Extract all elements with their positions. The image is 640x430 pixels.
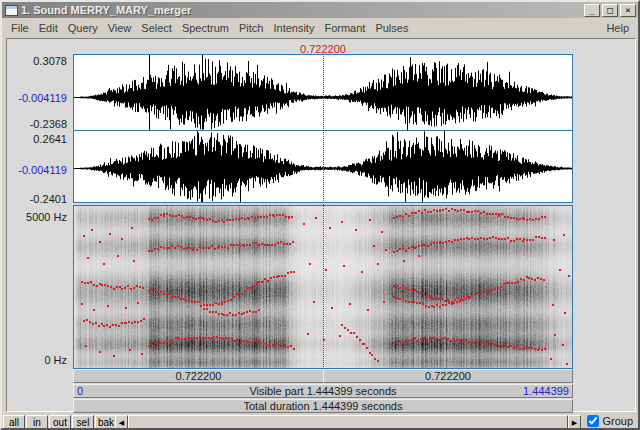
time-segment-right-bar[interactable]: 0.722200 — [323, 369, 573, 383]
channel1-cursor-label: -0.004119 — [7, 92, 70, 104]
group-control: Group — [587, 415, 633, 427]
channel1-max-label: 0.3078 — [7, 55, 70, 67]
zoom-all-button[interactable]: all — [3, 415, 25, 430]
window-title: 1. Sound MERRY_MARY_merger — [21, 4, 584, 16]
time-segment-left-bar[interactable]: 0.722200 — [73, 369, 324, 383]
menu-item-file[interactable]: File — [6, 20, 34, 36]
visible-part-bar[interactable]: 0 Visible part 1.444399 seconds 1.444399 — [73, 384, 573, 398]
app-icon — [5, 5, 18, 16]
menu-item-spectrum[interactable]: Spectrum — [177, 20, 234, 36]
menu-item-pulses[interactable]: Pulses — [370, 20, 413, 36]
time-scrollbar[interactable]: ◀ ▶ — [115, 415, 581, 430]
title-bar[interactable]: 1. Sound MERRY_MARY_merger _ □ × — [2, 2, 638, 18]
zoom-out-button[interactable]: out — [49, 415, 71, 430]
total-duration-label: Total duration 1.444399 seconds — [243, 400, 402, 412]
praat-sound-editor-window: 1. Sound MERRY_MARY_merger _ □ × FileEdi… — [0, 0, 640, 430]
spectrogram-min-freq-label: 0 Hz — [7, 354, 70, 366]
channel2-min-label: -0.2401 — [7, 193, 70, 205]
menu-item-edit[interactable]: Edit — [34, 20, 63, 36]
cursor-line[interactable] — [323, 54, 324, 369]
menu-item-help[interactable]: Help — [601, 20, 634, 36]
visible-start-time: 0 — [77, 385, 83, 397]
total-duration-bar[interactable]: Total duration 1.444399 seconds — [73, 399, 573, 413]
visible-end-time: 1.444399 — [523, 385, 569, 397]
close-button[interactable]: × — [620, 4, 636, 17]
scrollbar-thumb[interactable] — [128, 415, 568, 430]
zoom-buttons: allinoutselbak — [2, 416, 117, 428]
group-checkbox[interactable] — [587, 415, 599, 427]
menu-item-intensity[interactable]: Intensity — [268, 20, 319, 36]
zoom-in-button[interactable]: in — [26, 415, 48, 430]
menu-item-pitch[interactable]: Pitch — [234, 20, 268, 36]
channel2-cursor-label: -0.004119 — [7, 164, 70, 176]
visible-part-label: Visible part 1.444399 seconds — [249, 385, 396, 397]
scroll-right-arrow-icon[interactable]: ▶ — [568, 415, 581, 430]
zoom-sel-button[interactable]: sel — [72, 415, 94, 430]
maximize-button[interactable]: □ — [602, 4, 618, 17]
channel1-min-label: -0.2368 — [7, 118, 70, 130]
group-label: Group — [602, 415, 633, 427]
channel2-max-label: 0.2641 — [7, 133, 70, 145]
zoom-bak-button[interactable]: bak — [95, 415, 117, 430]
menu-item-formant[interactable]: Formant — [319, 20, 370, 36]
menu-items: FileEditQueryViewSelectSpectrumPitchInte… — [6, 22, 413, 34]
scroll-left-arrow-icon[interactable]: ◀ — [115, 415, 128, 430]
menu-item-select[interactable]: Select — [136, 20, 177, 36]
menu-bar: FileEditQueryViewSelectSpectrumPitchInte… — [2, 19, 638, 36]
menu-item-view[interactable]: View — [103, 20, 137, 36]
menu-item-query[interactable]: Query — [63, 20, 103, 36]
minimize-button[interactable]: _ — [584, 4, 600, 17]
window-controls: _ □ × — [584, 4, 636, 17]
editor-area: 0.722200 0.3078 -0.004119 -0.2368 0.2641… — [6, 38, 636, 412]
spectrogram-max-freq-label: 5000 Hz — [7, 211, 70, 223]
bottom-control-strip: allinoutselbak ◀ ▶ Group — [2, 413, 638, 430]
